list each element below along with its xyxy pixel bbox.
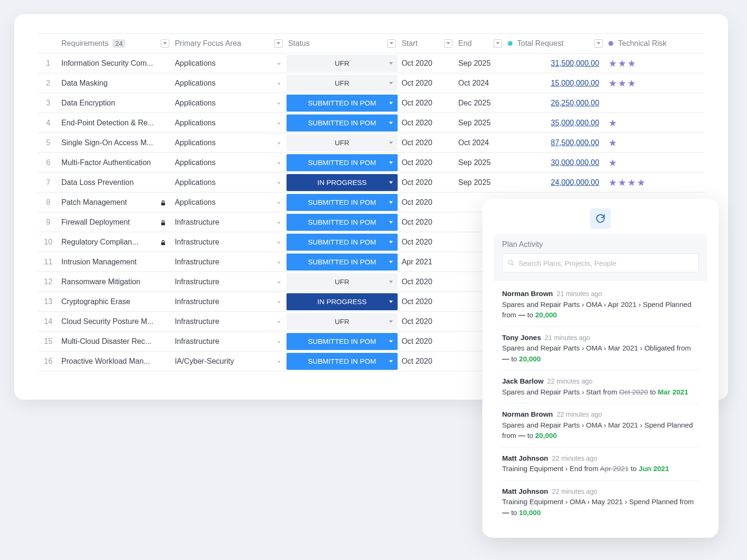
risk-cell[interactable] — [606, 93, 704, 113]
focus-cell[interactable]: Infrastructure — [172, 312, 286, 332]
focus-cell[interactable]: Applications — [172, 153, 286, 173]
amount-link[interactable]: 24,000,000.00 — [508, 178, 603, 187]
chevron-down-icon[interactable] — [277, 142, 281, 145]
focus-cell[interactable]: Applications — [172, 113, 286, 133]
end-cell[interactable]: Sep 2025 — [455, 113, 504, 133]
total-cell[interactable]: 35,000,000.00 — [505, 113, 606, 133]
requirement-cell[interactable]: Data Masking — [59, 73, 172, 93]
start-cell[interactable]: Oct 2020 — [399, 332, 455, 351]
filter-icon[interactable] — [444, 39, 452, 48]
table-row[interactable]: 6Multi-Factor AuthenticationApplications… — [38, 153, 704, 173]
activity-search-input[interactable] — [519, 259, 694, 267]
status-cell[interactable]: UFR — [286, 133, 399, 153]
requirement-cell[interactable]: End-Point Detection & Re... — [59, 113, 172, 133]
table-row[interactable]: 1Information Security Com...Applications… — [38, 53, 704, 73]
requirement-cell[interactable]: Regulatory Complian... — [59, 232, 172, 252]
focus-cell[interactable]: Applications — [172, 93, 286, 113]
requirement-cell[interactable]: Intrusion Management — [59, 252, 172, 272]
activity-item[interactable]: Tony Jones21 minutes agoSpares and Repai… — [502, 327, 699, 371]
start-cell[interactable]: Apr 2021 — [399, 252, 455, 272]
status-cell[interactable]: SUBMITTED IN POM — [286, 93, 399, 113]
focus-cell[interactable]: Applications — [172, 192, 286, 212]
status-cell[interactable]: UFR — [286, 312, 399, 332]
start-cell[interactable]: Oct 2020 — [399, 212, 455, 232]
total-cell[interactable]: 30,000,000.00 — [505, 153, 606, 173]
col-header-risk[interactable]: Technical Risk — [606, 34, 704, 53]
activity-item[interactable]: Matt Johnson22 minutes agoTraining Equip… — [502, 447, 699, 481]
risk-cell[interactable]: ★★★ — [606, 73, 704, 93]
table-row[interactable]: 4End-Point Detection & Re...Applications… — [38, 113, 704, 133]
start-cell[interactable]: Oct 2020 — [399, 133, 455, 153]
requirement-cell[interactable]: Data Loss Prevention — [59, 173, 172, 192]
activity-item[interactable]: Norman Brown22 minutes agoSpares and Rep… — [502, 403, 699, 447]
start-cell[interactable]: Oct 2020 — [399, 53, 455, 73]
focus-cell[interactable]: Infrastructure — [172, 252, 286, 272]
chevron-down-icon[interactable] — [277, 182, 281, 184]
chevron-down-icon[interactable] — [277, 361, 281, 363]
end-cell[interactable]: Sep 2025 — [455, 53, 504, 73]
chevron-down-icon[interactable] — [389, 280, 393, 283]
filter-icon[interactable] — [594, 39, 603, 48]
chevron-down-icon[interactable] — [389, 241, 393, 243]
requirement-cell[interactable]: Patch Management — [59, 192, 172, 212]
chevron-down-icon[interactable] — [389, 122, 393, 124]
risk-cell[interactable]: ★ — [606, 153, 704, 173]
chevron-down-icon[interactable] — [277, 262, 281, 264]
chevron-down-icon[interactable] — [389, 161, 393, 164]
status-cell[interactable]: UFR — [286, 53, 399, 73]
risk-cell[interactable]: ★ — [606, 133, 704, 153]
focus-cell[interactable]: Applications — [172, 173, 286, 192]
col-header-start[interactable]: Start — [399, 34, 455, 53]
chevron-down-icon[interactable] — [277, 242, 281, 244]
requirement-cell[interactable]: Ransomware Mitigation — [59, 272, 172, 292]
status-cell[interactable]: SUBMITTED IN POM — [286, 252, 399, 272]
chevron-down-icon[interactable] — [389, 181, 393, 184]
status-cell[interactable]: SUBMITTED IN POM — [286, 232, 399, 252]
end-cell[interactable]: Dec 2025 — [455, 93, 504, 113]
requirement-cell[interactable]: Information Security Com... — [59, 53, 172, 73]
focus-cell[interactable]: IA/Cyber-Security — [172, 351, 286, 371]
chevron-down-icon[interactable] — [389, 201, 393, 203]
chevron-down-icon[interactable] — [277, 301, 281, 304]
end-cell[interactable]: Oct 2024 — [455, 73, 504, 93]
chevron-down-icon[interactable] — [389, 360, 393, 362]
end-cell[interactable]: Sep 2025 — [455, 173, 504, 192]
focus-cell[interactable]: Infrastructure — [172, 292, 286, 312]
requirement-cell[interactable]: Cryptographic Erase — [59, 292, 172, 312]
col-header-total[interactable]: Total Request — [505, 34, 606, 53]
chevron-down-icon[interactable] — [389, 320, 393, 323]
requirement-cell[interactable]: Multi-Factor Authentication — [59, 153, 172, 173]
start-cell[interactable]: Oct 2020 — [399, 272, 455, 292]
chevron-down-icon[interactable] — [277, 202, 281, 204]
chevron-down-icon[interactable] — [277, 83, 281, 85]
chevron-down-icon[interactable] — [389, 62, 393, 64]
start-cell[interactable]: Oct 2020 — [399, 73, 455, 93]
table-row[interactable]: 3Data EncryptionApplicationsSUBMITTED IN… — [38, 93, 704, 113]
start-cell[interactable]: Oct 2020 — [399, 292, 455, 312]
activity-item[interactable]: Norman Brown21 minutes agoSpares and Rep… — [502, 283, 699, 327]
risk-cell[interactable]: ★ — [606, 113, 704, 133]
table-row[interactable]: 5Single Sign-On Access M...ApplicationsU… — [38, 133, 704, 153]
status-cell[interactable]: SUBMITTED IN POM — [286, 192, 399, 212]
total-cell[interactable]: 31,500,000.00 — [505, 53, 606, 73]
focus-cell[interactable]: Infrastructure — [172, 232, 286, 252]
chevron-down-icon[interactable] — [277, 162, 281, 165]
requirement-cell[interactable]: Firewall Deployment — [59, 212, 172, 232]
amount-link[interactable]: 26,250,000.00 — [508, 99, 603, 107]
chevron-down-icon[interactable] — [277, 321, 281, 324]
status-cell[interactable]: UFR — [286, 272, 399, 292]
activity-search[interactable] — [502, 254, 699, 272]
chevron-down-icon[interactable] — [277, 122, 281, 125]
table-row[interactable]: 7Data Loss PreventionApplicationsIN PROG… — [38, 173, 704, 192]
table-row[interactable]: 2Data MaskingApplicationsUFROct 2020Oct … — [38, 73, 704, 93]
requirement-cell[interactable]: Data Encryption — [59, 93, 172, 113]
requirement-cell[interactable]: Cloud Security Posture M... — [59, 312, 172, 332]
filter-icon[interactable] — [494, 39, 502, 48]
status-cell[interactable]: SUBMITTED IN POM — [286, 212, 399, 232]
focus-cell[interactable]: Applications — [172, 133, 286, 153]
start-cell[interactable]: Oct 2020 — [399, 153, 455, 173]
status-cell[interactable]: SUBMITTED IN POM — [286, 153, 399, 173]
focus-cell[interactable]: Infrastructure — [172, 212, 286, 232]
start-cell[interactable]: Oct 2020 — [399, 312, 455, 332]
status-cell[interactable]: IN PROGRESS — [286, 292, 399, 312]
